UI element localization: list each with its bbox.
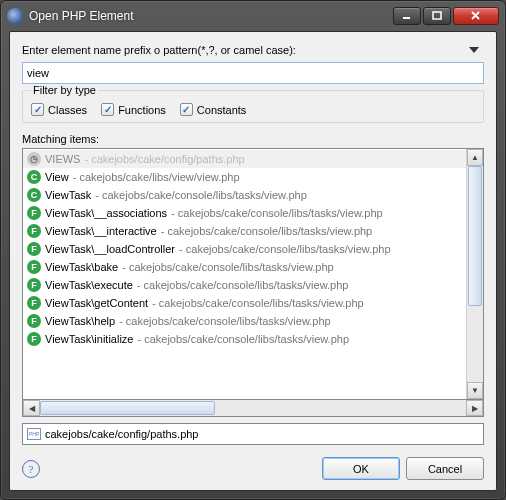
scroll-thumb[interactable] [40,401,215,415]
prompt-label: Enter element name prefix o pattern(*,?,… [22,44,464,56]
function-icon: F [27,314,41,328]
dialog-window: Open PHP Element Enter element name pref… [0,0,506,500]
item-path: - cakejobs/cake/console/libs/tasks/view.… [179,243,391,255]
function-icon: F [27,296,41,310]
function-icon: F [27,206,41,220]
options-dropdown-icon[interactable] [464,42,484,58]
item-path: - cakejobs/cake/console/libs/tasks/view.… [161,225,373,237]
function-icon: F [27,278,41,292]
close-button[interactable] [453,7,499,25]
filter-constants-checkbox[interactable]: ✓ Constants [180,103,247,116]
function-icon: F [27,260,41,274]
scroll-thumb[interactable] [468,166,482,306]
filter-functions-label: Functions [118,104,166,116]
cancel-label: Cancel [428,463,462,475]
item-path: - cakejobs/cake/console/libs/tasks/view.… [137,333,349,345]
search-input[interactable] [22,62,484,84]
status-bar: cakejobs/cake/config/paths.php [22,423,484,445]
matching-items-label: Matching items: [22,133,484,145]
client-area: Enter element name prefix o pattern(*,?,… [9,31,497,491]
history-icon: ◷ [27,152,41,166]
results-list[interactable]: ◷VIEWS - cakejobs/cake/config/paths.phpC… [22,148,484,400]
item-path: - cakejobs/cake/console/libs/tasks/view.… [137,279,349,291]
list-item[interactable]: FViewTask\__associations - cakejobs/cake… [23,204,466,222]
item-path: - cakejobs/cake/config/paths.php [84,153,244,165]
app-icon [7,8,23,24]
item-name: ViewTask\help [45,315,115,327]
checkbox-icon: ✓ [101,103,114,116]
status-path: cakejobs/cake/config/paths.php [45,428,199,440]
scroll-left-icon[interactable]: ◀ [23,400,40,416]
filter-functions-checkbox[interactable]: ✓ Functions [101,103,166,116]
item-name: VIEWS [45,153,80,165]
titlebar[interactable]: Open PHP Element [1,1,505,31]
item-path: - cakejobs/cake/console/libs/tasks/view.… [152,297,364,309]
ok-label: OK [353,463,369,475]
ok-button[interactable]: OK [322,457,400,480]
class-icon: C [27,170,41,184]
item-path: - cakejobs/cake/libs/view/view.php [73,171,240,183]
list-item[interactable]: FViewTask\getContent - cakejobs/cake/con… [23,294,466,312]
svg-marker-4 [469,47,479,53]
item-path: - cakejobs/cake/console/libs/tasks/view.… [119,315,331,327]
scroll-down-icon[interactable]: ▼ [467,382,483,399]
list-item[interactable]: FViewTask\bake - cakejobs/cake/console/l… [23,258,466,276]
function-icon: F [27,224,41,238]
item-path: - cakejobs/cake/console/libs/tasks/view.… [95,189,307,201]
item-path: - cakejobs/cake/console/libs/tasks/view.… [122,261,334,273]
filter-classes-label: Classes [48,104,87,116]
vertical-scrollbar[interactable]: ▲ ▼ [466,149,483,399]
list-item[interactable]: CViewTask - cakejobs/cake/console/libs/t… [23,186,466,204]
horizontal-scrollbar[interactable]: ◀ ▶ [22,400,484,417]
item-name: ViewTask\__interactive [45,225,157,237]
filter-group: Filter by type ✓ Classes ✓ Functions ✓ C… [22,90,484,123]
scroll-up-icon[interactable]: ▲ [467,149,483,166]
cancel-button[interactable]: Cancel [406,457,484,480]
item-name: ViewTask\bake [45,261,118,273]
list-item[interactable]: FViewTask\__loadController - cakejobs/ca… [23,240,466,258]
help-icon[interactable]: ? [22,460,40,478]
php-file-icon [27,428,41,440]
filter-constants-label: Constants [197,104,247,116]
svg-rect-1 [433,12,441,19]
item-name: ViewTask\__loadController [45,243,175,255]
scroll-right-icon[interactable]: ▶ [466,400,483,416]
item-name: View [45,171,69,183]
item-name: ViewTask\execute [45,279,133,291]
function-icon: F [27,332,41,346]
list-item[interactable]: FViewTask\execute - cakejobs/cake/consol… [23,276,466,294]
item-path: - cakejobs/cake/console/libs/tasks/view.… [171,207,383,219]
minimize-button[interactable] [393,7,421,25]
list-item[interactable]: CView - cakejobs/cake/libs/view/view.php [23,168,466,186]
item-name: ViewTask\__associations [45,207,167,219]
list-item[interactable]: FViewTask\__interactive - cakejobs/cake/… [23,222,466,240]
checkbox-icon: ✓ [31,103,44,116]
item-name: ViewTask\getContent [45,297,148,309]
class-icon: C [27,188,41,202]
filter-classes-checkbox[interactable]: ✓ Classes [31,103,87,116]
window-title: Open PHP Element [29,9,391,23]
list-item[interactable]: FViewTask\initialize - cakejobs/cake/con… [23,330,466,348]
function-icon: F [27,242,41,256]
list-item[interactable]: ◷VIEWS - cakejobs/cake/config/paths.php [23,150,466,168]
item-name: ViewTask [45,189,91,201]
item-name: ViewTask\initialize [45,333,133,345]
maximize-button[interactable] [423,7,451,25]
filter-legend: Filter by type [31,84,98,96]
list-item[interactable]: FViewTask\help - cakejobs/cake/console/l… [23,312,466,330]
checkbox-icon: ✓ [180,103,193,116]
